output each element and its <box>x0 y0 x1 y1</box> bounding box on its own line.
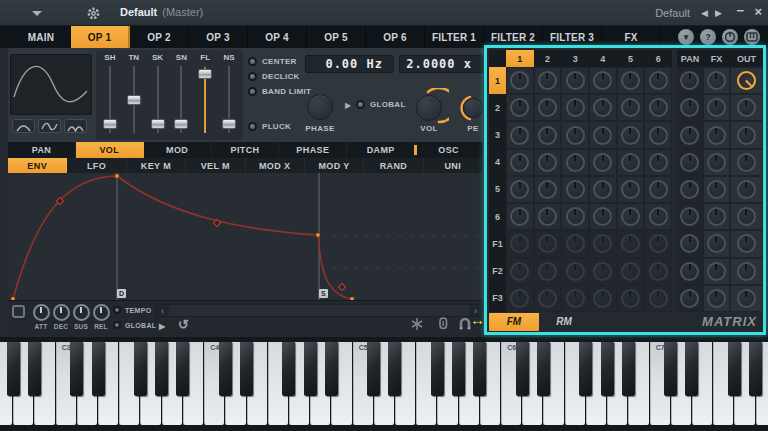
matrix-knob[interactable] <box>707 98 726 117</box>
matrix-knob[interactable] <box>707 289 726 308</box>
matrix-cell-f2-out[interactable] <box>730 258 763 285</box>
matrix-cell-1-3[interactable] <box>561 67 589 94</box>
matrix-knob[interactable] <box>621 234 640 253</box>
matrix-cell-6-4[interactable] <box>589 203 617 230</box>
matrix-cell-6-1[interactable] <box>506 203 534 230</box>
matrix-cell-6-5[interactable] <box>617 203 645 230</box>
matrix-cell-6-6[interactable] <box>644 203 672 230</box>
matrix-row-3[interactable]: 3 <box>489 121 506 148</box>
matrix-knob[interactable] <box>566 289 585 308</box>
matrix-knob[interactable] <box>680 234 699 253</box>
matrix-cell-f1-6[interactable] <box>644 230 672 257</box>
preset-dropdown-icon[interactable] <box>32 11 42 16</box>
matrix-cell-f3-1[interactable] <box>506 285 534 312</box>
tab-fx[interactable]: FX <box>602 26 661 48</box>
matrix-knob[interactable] <box>621 153 640 172</box>
black-key[interactable] <box>367 342 380 396</box>
matrix-knob[interactable] <box>680 153 699 172</box>
matrix-cell-6-pan[interactable] <box>677 203 703 230</box>
subtab-mod-x[interactable]: MOD X <box>246 158 305 173</box>
matrix-cell-5-out[interactable] <box>730 176 763 203</box>
matrix-cell-f2-5[interactable] <box>617 258 645 285</box>
matrix-knob[interactable] <box>737 289 756 308</box>
black-key[interactable] <box>728 342 741 396</box>
matrix-cell-4-4[interactable] <box>589 149 617 176</box>
env-knob-rel[interactable] <box>93 304 110 321</box>
matrix-knob[interactable] <box>593 180 612 199</box>
toggle-pluck[interactable]: PLUCK <box>248 122 291 131</box>
matrix-row-4[interactable]: 4 <box>489 149 506 176</box>
matrix-cell-f1-fx[interactable] <box>703 230 730 257</box>
subtab-uni[interactable]: UNI <box>424 158 483 173</box>
matrix-row-f1[interactable]: F1 <box>489 230 506 257</box>
matrix-knob[interactable] <box>621 98 640 117</box>
matrix-cell-f3-5[interactable] <box>617 285 645 312</box>
matrix-knob[interactable] <box>621 71 640 90</box>
matrix-cell-f1-1[interactable] <box>506 230 534 257</box>
preset-selector[interactable]: Default <box>655 7 690 19</box>
matrix-knob[interactable] <box>707 207 726 226</box>
pe-knob[interactable] <box>463 98 483 118</box>
matrix-knob[interactable] <box>649 289 668 308</box>
matrix-knob[interactable] <box>733 67 760 94</box>
matrix-tab-fm[interactable]: FM <box>489 313 539 331</box>
matrix-cell-4-3[interactable] <box>561 149 589 176</box>
matrix-row-5[interactable]: 5 <box>489 176 506 203</box>
matrix-cell-f2-fx[interactable] <box>703 258 730 285</box>
matrix-knob[interactable] <box>593 153 612 172</box>
envelope-scrollbar[interactable]: ‹ › <box>155 304 483 317</box>
matrix-knob[interactable] <box>538 126 557 145</box>
matrix-row-f3[interactable]: F3 <box>489 285 506 312</box>
tab-filter-3[interactable]: FILTER 3 <box>543 26 602 48</box>
slider-thumb[interactable] <box>198 69 212 79</box>
matrix-cell-1-5[interactable] <box>617 67 645 94</box>
subtab-lfo[interactable]: LFO <box>67 158 126 173</box>
matrix-cell-3-out[interactable] <box>730 121 763 148</box>
matrix-knob[interactable] <box>680 262 699 281</box>
keyboard-icon[interactable] <box>744 29 760 45</box>
multiplier-display[interactable]: 2.0000 x <box>399 55 483 73</box>
toggle-center[interactable]: CENTER <box>248 57 311 66</box>
matrix-knob[interactable] <box>593 71 612 90</box>
matrix-cell-4-pan[interactable] <box>677 149 703 176</box>
swap-arrows-icon[interactable]: ↔ <box>470 311 485 328</box>
section-tab-damp[interactable]: DAMP <box>347 142 415 158</box>
black-key[interactable] <box>28 342 41 396</box>
subtab-vel-m[interactable]: VEL M <box>186 158 245 173</box>
matrix-knob[interactable] <box>680 126 699 145</box>
matrix-knob[interactable] <box>707 153 726 172</box>
black-key[interactable] <box>579 342 592 396</box>
matrix-col-2[interactable]: 2 <box>534 50 562 67</box>
matrix-knob[interactable] <box>649 126 668 145</box>
freeze-snowflake-icon[interactable] <box>410 317 424 335</box>
matrix-knob[interactable] <box>680 71 699 90</box>
analyze-arrow-icon[interactable]: ▶ <box>159 322 165 331</box>
matrix-knob[interactable] <box>707 262 726 281</box>
matrix-cell-2-2[interactable] <box>534 94 562 121</box>
matrix-cell-1-4[interactable] <box>589 67 617 94</box>
matrix-knob[interactable] <box>593 126 612 145</box>
matrix-cell-1-fx[interactable] <box>703 67 730 94</box>
matrix-cell-f2-4[interactable] <box>589 258 617 285</box>
section-tab-phase[interactable]: PHASE <box>279 142 347 158</box>
matrix-row-f2[interactable]: F2 <box>489 258 506 285</box>
matrix-cell-6-fx[interactable] <box>703 203 730 230</box>
matrix-cell-f3-6[interactable] <box>644 285 672 312</box>
matrix-knob[interactable] <box>707 180 726 199</box>
reset-icon[interactable]: ↺ <box>178 317 189 332</box>
matrix-col-1[interactable]: 1 <box>506 50 534 67</box>
gear-icon[interactable] <box>86 6 101 25</box>
slider-sh[interactable]: SH <box>99 53 121 137</box>
check-tempo[interactable]: TEMPO <box>113 306 151 314</box>
matrix-knob[interactable] <box>538 262 557 281</box>
matrix-knob[interactable] <box>593 98 612 117</box>
matrix-cell-5-pan[interactable] <box>677 176 703 203</box>
matrix-cell-2-5[interactable] <box>617 94 645 121</box>
tab-op-3[interactable]: OP 3 <box>189 26 248 48</box>
matrix-col-5[interactable]: 5 <box>617 50 645 67</box>
matrix-knob[interactable] <box>510 180 529 199</box>
subtab-env[interactable]: ENV <box>8 158 67 173</box>
matrix-knob[interactable] <box>649 71 668 90</box>
black-key[interactable] <box>622 342 635 396</box>
slider-sk[interactable]: SK <box>147 53 169 137</box>
